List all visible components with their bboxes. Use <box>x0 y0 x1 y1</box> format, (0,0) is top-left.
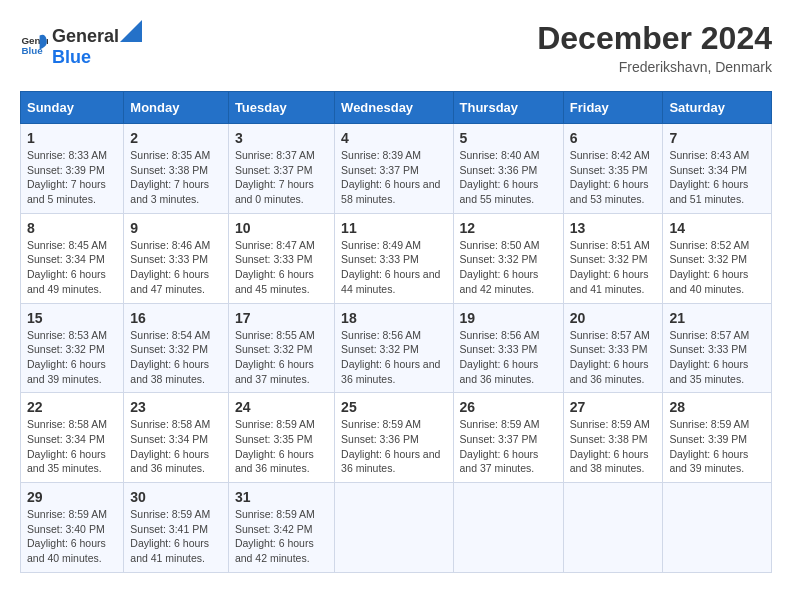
calendar-cell: 19 Sunrise: 8:56 AMSunset: 3:33 PMDaylig… <box>453 303 563 393</box>
calendar-cell: 11 Sunrise: 8:49 AMSunset: 3:33 PMDaylig… <box>335 213 453 303</box>
day-number: 17 <box>235 310 328 326</box>
calendar-cell <box>453 483 563 573</box>
calendar-cell: 16 Sunrise: 8:54 AMSunset: 3:32 PMDaylig… <box>124 303 229 393</box>
calendar-week-row: 15 Sunrise: 8:53 AMSunset: 3:32 PMDaylig… <box>21 303 772 393</box>
day-number: 23 <box>130 399 222 415</box>
calendar-cell <box>335 483 453 573</box>
day-info: Sunrise: 8:57 AMSunset: 3:33 PMDaylight:… <box>669 328 765 387</box>
calendar-cell <box>663 483 772 573</box>
day-info: Sunrise: 8:45 AMSunset: 3:34 PMDaylight:… <box>27 238 117 297</box>
day-info: Sunrise: 8:59 AMSunset: 3:36 PMDaylight:… <box>341 417 446 476</box>
calendar-cell: 14 Sunrise: 8:52 AMSunset: 3:32 PMDaylig… <box>663 213 772 303</box>
day-number: 26 <box>460 399 557 415</box>
calendar-week-row: 8 Sunrise: 8:45 AMSunset: 3:34 PMDayligh… <box>21 213 772 303</box>
calendar-cell: 21 Sunrise: 8:57 AMSunset: 3:33 PMDaylig… <box>663 303 772 393</box>
calendar-week-row: 22 Sunrise: 8:58 AMSunset: 3:34 PMDaylig… <box>21 393 772 483</box>
calendar-cell: 5 Sunrise: 8:40 AMSunset: 3:36 PMDayligh… <box>453 124 563 214</box>
day-info: Sunrise: 8:56 AMSunset: 3:32 PMDaylight:… <box>341 328 446 387</box>
day-info: Sunrise: 8:59 AMSunset: 3:38 PMDaylight:… <box>570 417 657 476</box>
calendar-cell: 22 Sunrise: 8:58 AMSunset: 3:34 PMDaylig… <box>21 393 124 483</box>
day-number: 16 <box>130 310 222 326</box>
day-info: Sunrise: 8:59 AMSunset: 3:39 PMDaylight:… <box>669 417 765 476</box>
day-info: Sunrise: 8:39 AMSunset: 3:37 PMDaylight:… <box>341 148 446 207</box>
col-header-monday: Monday <box>124 92 229 124</box>
day-number: 12 <box>460 220 557 236</box>
title-section: December 2024 Frederikshavn, Denmark <box>537 20 772 75</box>
day-number: 19 <box>460 310 557 326</box>
day-number: 28 <box>669 399 765 415</box>
day-number: 18 <box>341 310 446 326</box>
calendar-cell: 17 Sunrise: 8:55 AMSunset: 3:32 PMDaylig… <box>228 303 334 393</box>
day-number: 22 <box>27 399 117 415</box>
day-number: 5 <box>460 130 557 146</box>
logo-triangle-icon <box>120 20 142 42</box>
day-info: Sunrise: 8:40 AMSunset: 3:36 PMDaylight:… <box>460 148 557 207</box>
calendar-cell <box>563 483 663 573</box>
calendar-cell: 10 Sunrise: 8:47 AMSunset: 3:33 PMDaylig… <box>228 213 334 303</box>
day-info: Sunrise: 8:53 AMSunset: 3:32 PMDaylight:… <box>27 328 117 387</box>
calendar-cell: 3 Sunrise: 8:37 AMSunset: 3:37 PMDayligh… <box>228 124 334 214</box>
day-number: 11 <box>341 220 446 236</box>
day-number: 10 <box>235 220 328 236</box>
day-info: Sunrise: 8:59 AMSunset: 3:41 PMDaylight:… <box>130 507 222 566</box>
calendar-cell: 4 Sunrise: 8:39 AMSunset: 3:37 PMDayligh… <box>335 124 453 214</box>
calendar-cell: 23 Sunrise: 8:58 AMSunset: 3:34 PMDaylig… <box>124 393 229 483</box>
calendar-cell: 13 Sunrise: 8:51 AMSunset: 3:32 PMDaylig… <box>563 213 663 303</box>
col-header-thursday: Thursday <box>453 92 563 124</box>
calendar-week-row: 1 Sunrise: 8:33 AMSunset: 3:39 PMDayligh… <box>21 124 772 214</box>
day-info: Sunrise: 8:42 AMSunset: 3:35 PMDaylight:… <box>570 148 657 207</box>
calendar-cell: 25 Sunrise: 8:59 AMSunset: 3:36 PMDaylig… <box>335 393 453 483</box>
day-number: 1 <box>27 130 117 146</box>
day-number: 8 <box>27 220 117 236</box>
day-info: Sunrise: 8:55 AMSunset: 3:32 PMDaylight:… <box>235 328 328 387</box>
day-info: Sunrise: 8:59 AMSunset: 3:40 PMDaylight:… <box>27 507 117 566</box>
calendar-cell: 1 Sunrise: 8:33 AMSunset: 3:39 PMDayligh… <box>21 124 124 214</box>
calendar-table: SundayMondayTuesdayWednesdayThursdayFrid… <box>20 91 772 573</box>
day-info: Sunrise: 8:58 AMSunset: 3:34 PMDaylight:… <box>130 417 222 476</box>
day-info: Sunrise: 8:56 AMSunset: 3:33 PMDaylight:… <box>460 328 557 387</box>
day-info: Sunrise: 8:59 AMSunset: 3:35 PMDaylight:… <box>235 417 328 476</box>
col-header-wednesday: Wednesday <box>335 92 453 124</box>
calendar-cell: 28 Sunrise: 8:59 AMSunset: 3:39 PMDaylig… <box>663 393 772 483</box>
day-number: 29 <box>27 489 117 505</box>
location-text: Frederikshavn, Denmark <box>537 59 772 75</box>
calendar-cell: 9 Sunrise: 8:46 AMSunset: 3:33 PMDayligh… <box>124 213 229 303</box>
day-number: 15 <box>27 310 117 326</box>
day-number: 20 <box>570 310 657 326</box>
day-info: Sunrise: 8:47 AMSunset: 3:33 PMDaylight:… <box>235 238 328 297</box>
calendar-cell: 20 Sunrise: 8:57 AMSunset: 3:33 PMDaylig… <box>563 303 663 393</box>
calendar-cell: 24 Sunrise: 8:59 AMSunset: 3:35 PMDaylig… <box>228 393 334 483</box>
day-number: 25 <box>341 399 446 415</box>
calendar-cell: 12 Sunrise: 8:50 AMSunset: 3:32 PMDaylig… <box>453 213 563 303</box>
calendar-cell: 6 Sunrise: 8:42 AMSunset: 3:35 PMDayligh… <box>563 124 663 214</box>
calendar-cell: 7 Sunrise: 8:43 AMSunset: 3:34 PMDayligh… <box>663 124 772 214</box>
col-header-saturday: Saturday <box>663 92 772 124</box>
logo-icon: General Blue <box>20 30 48 58</box>
col-header-friday: Friday <box>563 92 663 124</box>
day-number: 6 <box>570 130 657 146</box>
logo-general-text: General <box>52 26 119 47</box>
day-info: Sunrise: 8:58 AMSunset: 3:34 PMDaylight:… <box>27 417 117 476</box>
day-number: 27 <box>570 399 657 415</box>
day-info: Sunrise: 8:57 AMSunset: 3:33 PMDaylight:… <box>570 328 657 387</box>
day-info: Sunrise: 8:51 AMSunset: 3:32 PMDaylight:… <box>570 238 657 297</box>
calendar-cell: 27 Sunrise: 8:59 AMSunset: 3:38 PMDaylig… <box>563 393 663 483</box>
logo: General Blue General Blue <box>20 20 143 68</box>
day-info: Sunrise: 8:54 AMSunset: 3:32 PMDaylight:… <box>130 328 222 387</box>
col-header-tuesday: Tuesday <box>228 92 334 124</box>
calendar-week-row: 29 Sunrise: 8:59 AMSunset: 3:40 PMDaylig… <box>21 483 772 573</box>
day-number: 14 <box>669 220 765 236</box>
day-number: 9 <box>130 220 222 236</box>
calendar-header-row: SundayMondayTuesdayWednesdayThursdayFrid… <box>21 92 772 124</box>
day-number: 31 <box>235 489 328 505</box>
day-number: 2 <box>130 130 222 146</box>
day-info: Sunrise: 8:46 AMSunset: 3:33 PMDaylight:… <box>130 238 222 297</box>
calendar-cell: 30 Sunrise: 8:59 AMSunset: 3:41 PMDaylig… <box>124 483 229 573</box>
day-info: Sunrise: 8:43 AMSunset: 3:34 PMDaylight:… <box>669 148 765 207</box>
day-info: Sunrise: 8:49 AMSunset: 3:33 PMDaylight:… <box>341 238 446 297</box>
day-number: 13 <box>570 220 657 236</box>
calendar-cell: 18 Sunrise: 8:56 AMSunset: 3:32 PMDaylig… <box>335 303 453 393</box>
svg-marker-2 <box>120 20 142 42</box>
page-header: General Blue General Blue December 2024 … <box>20 20 772 75</box>
logo-blue-text: Blue <box>52 47 91 67</box>
